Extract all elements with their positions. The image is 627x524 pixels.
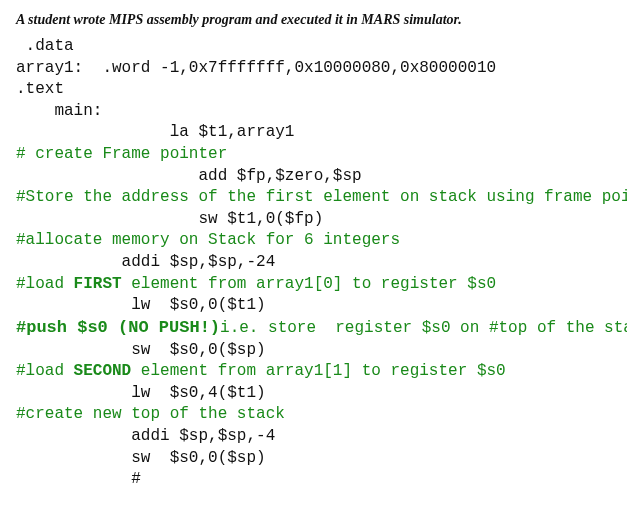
code-line: addi $sp,$sp,-4 [16, 427, 275, 445]
code-line: sw $t1,0($fp) [16, 210, 323, 228]
code-line: .text [16, 80, 64, 98]
code-line: sw $s0,0($sp) [16, 449, 266, 467]
code-comment: #load SECOND element from array1[1] to r… [16, 362, 506, 380]
code-comment: #load FIRST element from array1[0] to re… [16, 275, 496, 293]
code-line: add $fp,$zero,$sp [16, 167, 362, 185]
document-heading: A student wrote MIPS assembly program an… [16, 12, 611, 28]
code-block: .data array1: .word -1,0x7fffffff,0x1000… [16, 36, 611, 491]
code-line: la $t1,array1 [16, 123, 294, 141]
code-line: lw $s0,0($t1) [16, 296, 266, 314]
code-comment: #push $s0 (NO PUSH!)i.e. store register … [16, 319, 627, 337]
code-line: # [16, 470, 141, 488]
code-line: addi $sp,$sp,-24 [16, 253, 275, 271]
code-comment: #create new top of the stack [16, 405, 285, 423]
code-comment: #Store the address of the first element … [16, 188, 627, 206]
code-comment: #allocate memory on Stack for 6 integers [16, 231, 400, 249]
code-comment: # create Frame pointer [16, 145, 227, 163]
code-line: sw $s0,0($sp) [16, 341, 266, 359]
code-line: .data [16, 37, 74, 55]
code-line: main: [16, 102, 102, 120]
code-line: array1: .word -1,0x7fffffff,0x10000080,0… [16, 59, 496, 77]
code-line: lw $s0,4($t1) [16, 384, 266, 402]
